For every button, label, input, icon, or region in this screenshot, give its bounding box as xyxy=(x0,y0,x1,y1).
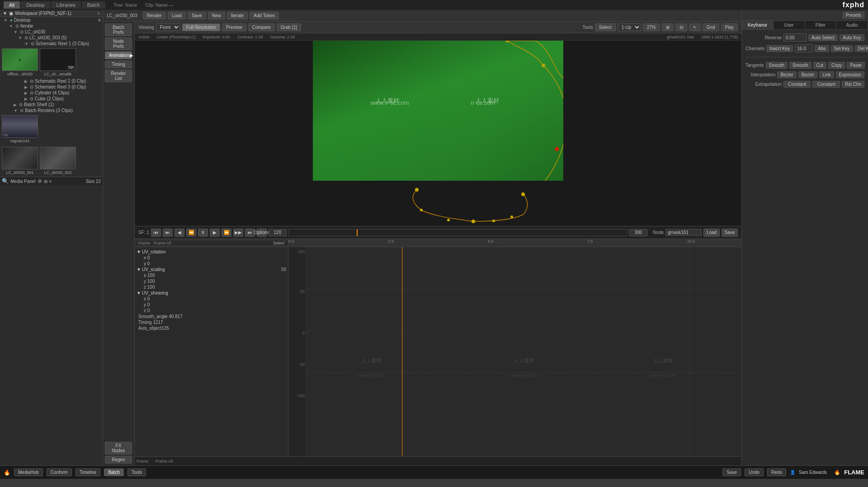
expression-btn[interactable]: Expression xyxy=(836,71,864,78)
zoom-btn[interactable]: 27% xyxy=(643,23,660,31)
tree-batch-shelf[interactable]: ▶ ⊙ Batch Shelf (1) xyxy=(0,102,103,108)
add-token-btn[interactable]: Add Token xyxy=(250,12,279,19)
thumb-lc-sh030-002[interactable]: LC_sh030_002 xyxy=(40,147,76,175)
tab-desktop[interactable]: Desktop xyxy=(21,1,50,9)
constant1-btn[interactable]: Constant xyxy=(783,81,811,88)
abs-value-input[interactable] xyxy=(795,44,813,52)
up-select[interactable]: 1-Up xyxy=(618,23,641,31)
smooth1-btn[interactable]: Smooth xyxy=(766,62,788,69)
tree-batch-renders[interactable]: ▼ ⊙ Batch Renders (3 Clips) xyxy=(0,108,103,113)
tab-user[interactable]: User xyxy=(774,21,805,29)
inacrt-key-btn[interactable]: Inacrt Key xyxy=(766,45,793,52)
pb-first-btn[interactable]: ⏮ xyxy=(151,229,161,237)
load-btn-pb[interactable]: Load xyxy=(703,229,720,237)
mediahub-btn[interactable]: MediaHub xyxy=(14,468,43,476)
viewing-select[interactable]: Front xyxy=(156,23,180,31)
play-btn[interactable]: Play xyxy=(721,23,738,31)
auto-key-btn[interactable]: Auto Key xyxy=(840,34,864,41)
zoom-fit-btn[interactable]: ⊞ xyxy=(662,23,674,31)
node-prefs-btn[interactable]: Node Prefs xyxy=(105,37,132,50)
link-btn[interactable]: Link xyxy=(819,71,834,78)
timeline-slider[interactable] xyxy=(288,229,627,236)
cursor-btn[interactable]: ↖ xyxy=(689,23,701,31)
timing-btn[interactable]: Timing xyxy=(105,61,132,68)
constant2-btn[interactable]: Constant xyxy=(812,81,840,88)
pb-options-btn[interactable]: Options xyxy=(257,229,267,237)
bezier2-btn[interactable]: Bezier xyxy=(798,71,817,78)
tab-batch[interactable]: Batch xyxy=(82,1,105,9)
frame-out-input[interactable] xyxy=(629,229,647,236)
tab-filter[interactable]: Filter xyxy=(805,21,837,29)
save-btn-pb[interactable]: Save xyxy=(722,229,738,237)
thumb-lc-sh030-001[interactable]: LC_sh030_001 xyxy=(2,147,38,175)
rst-chn-btn[interactable]: Rst Chn xyxy=(842,81,864,88)
batch-prefs-btn[interactable]: Batch Prefs xyxy=(105,23,132,36)
tree-schematic-reel3[interactable]: ▶ ⊙ Schematic Reel 3 (0 Clip) xyxy=(0,84,103,90)
pb-play-rev-btn[interactable]: ⏪ xyxy=(186,229,196,237)
tree-lc-sh030[interactable]: ▼ ⊙ LC_sh030 xyxy=(0,29,103,35)
pb-prev-btn[interactable]: ◀ xyxy=(175,229,184,237)
tree-schematic-reel1[interactable]: ▼ ⊙ Schematic Reel 1 (3 Clips) xyxy=(0,41,103,47)
pb-pause-btn[interactable]: ⏸ xyxy=(198,229,208,237)
frame-in-input[interactable] xyxy=(269,229,287,236)
preview-btn[interactable]: Preview xyxy=(222,23,246,31)
redo-btn[interactable]: Redo xyxy=(767,468,786,476)
bezier1-btn[interactable]: Bezier xyxy=(777,71,796,78)
copy-btn[interactable]: Copy xyxy=(828,62,845,69)
pb-prev-keyframe-btn[interactable]: ⏭ xyxy=(163,229,173,237)
fx-nodes-btn[interactable]: FX Nodes xyxy=(105,442,132,454)
pb-next-btn[interactable]: ▶▶ xyxy=(233,229,243,237)
thumb-offline-sh030[interactable]: ■ offline...sh030 xyxy=(2,48,38,76)
auto-select-btn[interactable]: Auto Select xyxy=(808,34,838,41)
gear-icon[interactable]: ⚙ xyxy=(38,178,42,184)
tree-cylinder[interactable]: ▶ ⊙ Cylinder (4 Clips) xyxy=(0,90,103,96)
node-value-input[interactable] xyxy=(665,229,702,236)
cut-btn[interactable]: Cut xyxy=(813,62,827,69)
batch-nav-btn[interactable]: Batch xyxy=(104,468,124,476)
presets-btn[interactable]: Presets xyxy=(843,12,864,19)
pb-last-btn[interactable]: ⏭ xyxy=(245,229,255,237)
new-btn[interactable]: New xyxy=(208,12,225,19)
tree-iterate[interactable]: ▼ ⊙ Iterate xyxy=(0,23,103,29)
abs-btn[interactable]: Abs xyxy=(815,45,829,52)
full-res-btn[interactable]: Full Resolution xyxy=(182,23,220,31)
save-dropdown-btn[interactable]: Save xyxy=(188,12,206,19)
search-icon[interactable]: 🔍 xyxy=(2,178,9,184)
tree-cube[interactable]: ▶ ⊙ Cube (2 Clips) xyxy=(0,96,103,102)
zoom-out-btn[interactable]: ⊟ xyxy=(675,23,687,31)
pb-play-btn[interactable]: ▶ xyxy=(210,229,220,237)
pb-play-fwd-btn[interactable]: ⏩ xyxy=(222,229,231,237)
paste-btn[interactable]: Paste xyxy=(847,62,865,69)
smooth2-btn[interactable]: Smooth xyxy=(789,62,811,69)
workspace-menu[interactable]: ≡ xyxy=(97,11,100,16)
animation-btn[interactable]: Animation ▶ xyxy=(105,52,132,59)
save-bottom-btn[interactable]: Save xyxy=(722,468,741,476)
list-icon[interactable]: ≡ xyxy=(49,179,52,184)
compare-btn[interactable]: Compare xyxy=(248,23,275,31)
set-key-btn[interactable]: Set Key xyxy=(831,45,853,52)
tree-desktop[interactable]: ▼ ● Desktop ≡ xyxy=(0,17,103,23)
tab-keyframe[interactable]: Keyframe xyxy=(742,21,774,29)
select-timeline-btn[interactable]: Select xyxy=(273,241,284,245)
reverse-input[interactable] xyxy=(783,33,807,42)
regen-btn[interactable]: Regen xyxy=(105,456,132,464)
thumb-regrain141[interactable]: city regrain141 xyxy=(2,115,38,143)
select-btn[interactable]: Select xyxy=(595,23,616,31)
render-btn[interactable]: Render xyxy=(143,12,166,19)
tree-lc-sh030-003[interactable]: ▼ ⊙ LC_sh030_003 (5) xyxy=(0,35,103,41)
undo-btn[interactable]: Undo xyxy=(745,468,764,476)
conform-btn[interactable]: Conform xyxy=(47,468,72,476)
del-key-btn[interactable]: Del Key xyxy=(855,45,868,52)
grab-btn[interactable]: Grab [1] xyxy=(277,23,301,31)
grid-btn[interactable]: Grid xyxy=(703,23,719,31)
tree-schematic-reel2[interactable]: ▶ ⊙ Schematic Reel 2 (0 Clip) xyxy=(0,78,103,84)
thumb-lc-sh-ama8k[interactable]: TIF LC_sh...ama8k xyxy=(40,48,76,76)
timeline-btn[interactable]: Timeline xyxy=(75,468,100,476)
grid-icon[interactable]: ⊞ xyxy=(44,179,47,184)
render-list-btn[interactable]: Render List xyxy=(105,70,132,82)
tab-libraries[interactable]: Libraries xyxy=(51,1,81,9)
iterate-btn[interactable]: Iterate xyxy=(227,12,248,19)
load-btn[interactable]: Load xyxy=(168,12,186,19)
desktop-menu[interactable]: ≡ xyxy=(98,18,101,23)
tab-all[interactable]: All xyxy=(4,1,20,9)
